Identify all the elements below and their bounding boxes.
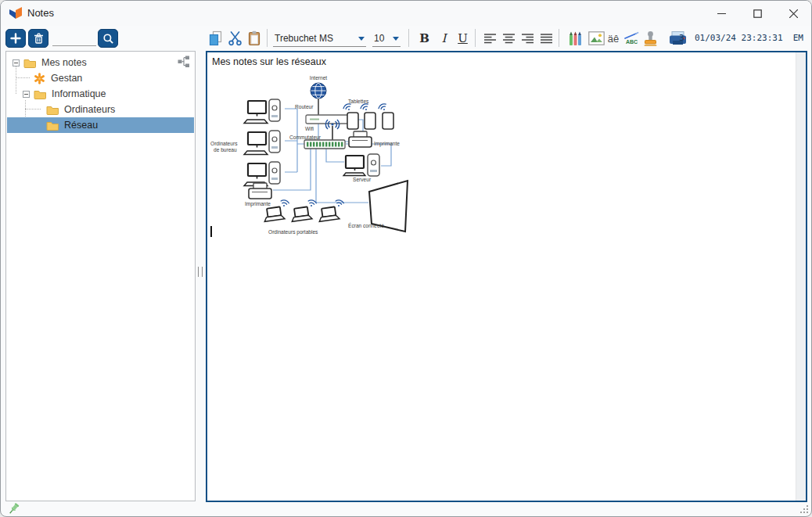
align-justify-button[interactable]: [537, 29, 555, 48]
text-color-button[interactable]: [566, 29, 586, 48]
collapse-icon[interactable]: [23, 91, 30, 98]
close-icon: [789, 9, 798, 18]
tree-item-ordinateurs[interactable]: Ordinateurs: [7, 102, 194, 117]
tree-hierarchy-button[interactable]: [178, 56, 190, 68]
search-input[interactable]: [52, 34, 96, 46]
tree-item-reseau-selected[interactable]: Réseau: [7, 117, 194, 133]
status-datetime: 3 01/03/24 23:23:31 EM: [647, 33, 803, 43]
font-family-value: Trebuchet MS: [275, 33, 333, 44]
align-left-icon: [484, 34, 496, 44]
maximize-icon: [753, 9, 762, 18]
diagram-label-desktops-1: Ordinateurs: [210, 141, 238, 146]
panel-splitter-handle[interactable]: [198, 267, 203, 277]
cut-button[interactable]: [226, 29, 243, 48]
plus-icon: [10, 33, 21, 44]
maximize-button[interactable]: [739, 1, 775, 26]
search-button[interactable]: [98, 29, 118, 48]
tree-item-label: Gestan: [51, 73, 82, 84]
font-family-select[interactable]: Trebuchet MS: [273, 31, 366, 47]
network-diagram-image: Internet Routeur Tablettes: [209, 71, 412, 239]
colored-pencils-icon: [568, 31, 584, 46]
pin-button[interactable]: [7, 502, 20, 515]
diagram-label-laptops: Ordinateurs portables: [268, 229, 318, 235]
paste-button[interactable]: [245, 29, 262, 48]
insert-image-button[interactable]: [587, 29, 605, 48]
tree-item-label: Informatique: [52, 88, 106, 99]
align-center-button[interactable]: [500, 29, 518, 48]
minimize-icon: [717, 9, 726, 18]
diagram-label-server: Serveur: [353, 177, 372, 182]
tree-item-label: Ordinateurs: [64, 104, 115, 115]
diagram-label-printer-right: Imprimante: [374, 141, 400, 147]
printer-icon-right: [349, 131, 372, 147]
scissors-icon: [228, 31, 243, 46]
diagram-label-switch: Commutateur: [289, 135, 322, 140]
underline-button[interactable]: U: [454, 29, 472, 48]
tree-item-label: Réseau: [64, 120, 98, 131]
tree-item-label: Mes notes: [41, 57, 87, 68]
clipboard-icon: [246, 31, 261, 46]
diagram-label-wifi: Wifi: [305, 126, 314, 131]
close-button[interactable]: [775, 1, 811, 26]
font-size-value: 10: [374, 33, 384, 44]
gestan-asterisk-icon: [34, 73, 45, 84]
align-justify-icon: [541, 34, 552, 44]
align-right-icon: [522, 34, 534, 44]
align-center-icon: [503, 34, 515, 44]
bold-button[interactable]: B: [415, 29, 433, 48]
tree-item-informatique[interactable]: Informatique: [7, 86, 194, 102]
search-icon: [102, 33, 114, 45]
align-right-button[interactable]: [519, 29, 537, 48]
app-logo-icon: [9, 6, 23, 20]
chevron-down-icon: [393, 37, 399, 41]
desktop-computer-icons: [244, 99, 280, 186]
editor-scrollbar[interactable]: [796, 52, 806, 501]
special-characters-button[interactable]: äê: [605, 29, 622, 48]
toolbar-separator: [267, 29, 268, 47]
diagram-label-desktops-2: de bureau: [214, 147, 237, 153]
switch-icon: [304, 140, 345, 149]
copy-icon: [208, 31, 223, 46]
window-title: Notes: [27, 7, 54, 19]
diagram-label-internet: Internet: [310, 75, 328, 81]
toolbar-separator: [475, 29, 476, 47]
diagram-label-printer-bottom: Imprimante: [245, 201, 271, 207]
add-note-button[interactable]: [5, 29, 26, 48]
diagram-label-screen: Écran connecté: [348, 222, 384, 228]
toolbar-separator: [408, 29, 409, 47]
tree-item-mes-notes[interactable]: Mes notes: [7, 55, 194, 70]
tablet-icons: [343, 102, 393, 129]
font-size-select[interactable]: 10: [372, 31, 401, 47]
folder-icon: [46, 120, 59, 131]
note-title-line: Mes notes sur les réseaux: [212, 56, 326, 67]
diagram-label-tablets: Tablettes: [348, 99, 369, 104]
trash-icon: [34, 33, 44, 44]
notes-window: Notes: [0, 0, 812, 517]
folder-icon: [34, 89, 47, 99]
align-left-button[interactable]: [481, 29, 499, 48]
spellcheck-icon: ABC: [623, 31, 640, 45]
italic-button[interactable]: I: [435, 29, 453, 48]
delete-note-button[interactable]: [28, 29, 49, 48]
window-resize-grip[interactable]: [799, 504, 809, 514]
spellcheck-abc-label: ABC: [626, 39, 638, 45]
image-icon: [588, 31, 605, 45]
notes-tree-panel: Mes notes Gestan Informatique Ord: [5, 51, 196, 501]
text-caret: [210, 226, 212, 237]
diagram-label-router: Routeur: [295, 104, 314, 110]
minimize-button[interactable]: [703, 1, 739, 26]
collapse-icon[interactable]: [13, 59, 20, 66]
spellcheck-button[interactable]: ABC: [622, 29, 641, 48]
server-icon: [343, 154, 379, 176]
toolbar-separator: [559, 29, 559, 47]
chevron-down-icon: [358, 37, 365, 41]
copy-button[interactable]: [207, 29, 224, 48]
globe-icon: [311, 83, 326, 99]
note-editor[interactable]: Mes notes sur les réseaux Internet: [206, 51, 807, 502]
tree-item-gestan[interactable]: Gestan: [7, 70, 194, 86]
app-window-stage: Notes: [0, 0, 812, 517]
folder-icon: [23, 58, 37, 68]
title-bar[interactable]: Notes: [1, 1, 811, 26]
folder-icon: [46, 105, 59, 115]
